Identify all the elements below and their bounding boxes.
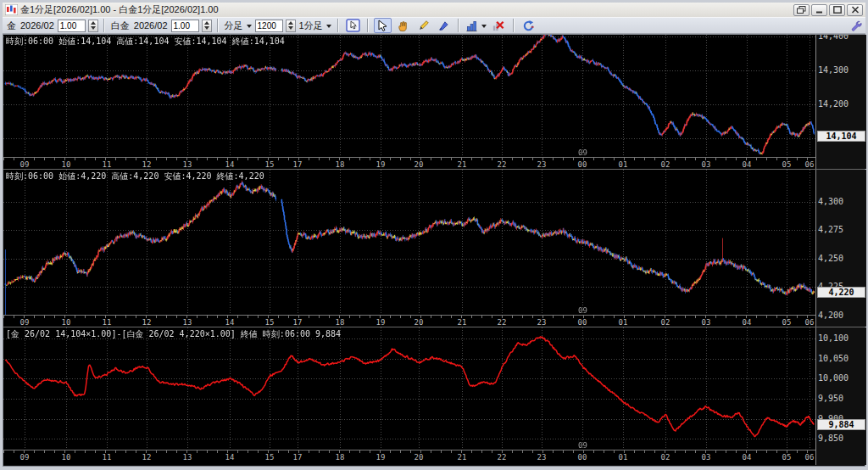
platinum-ratio-input[interactable] [171,20,199,32]
hour-axis-label: 22 [498,160,507,169]
spread-plot-area[interactable]: [金 26/02 14,104×1.00]-[白金 26/02 4,220×1.… [3,327,815,450]
candlestick-app-icon [5,4,18,15]
maximize-button[interactable] [829,4,845,16]
pencil-tool-button[interactable] [415,18,432,33]
bar-period-select[interactable]: 1分足 [299,20,331,32]
refresh-button[interactable] [520,18,537,33]
bar-type-select[interactable]: 分足 [225,20,252,32]
delete-drawing-button[interactable] [490,18,508,33]
hour-axis-label: 06 [805,318,815,327]
hour-axis-label: 20 [415,318,424,327]
hour-axis-label: 01 [619,160,628,169]
gold-contract-select[interactable]: 2026/02 [20,20,54,31]
hour-axis-label: 18 [336,453,345,462]
hour-axis-label: 04 [743,453,752,462]
platinum-ratio-spinner[interactable] [202,20,212,32]
y-axis-label: 14,200 [818,99,849,109]
hour-axis-label: 03 [702,318,711,327]
toolbar-separator [367,19,369,32]
chevron-down-icon [247,25,252,31]
bar-count-spinner[interactable] [286,20,296,32]
y-axis-label: 10,100 [818,333,849,343]
toolbar: 金 2026/02 白金 2026/02 分足 1分足 [3,17,865,34]
hour-axis-label: 05 [782,160,792,169]
pen-tool-button[interactable] [435,18,453,33]
hour-axis-label: 09 [20,453,30,462]
hand-pan-icon [397,20,409,32]
settings-wrench-icon[interactable] [850,20,862,36]
gold-symbol-label: 金 [7,20,16,32]
toolbar-separator [217,19,219,32]
minimize-button[interactable] [811,4,827,16]
hour-axis-label: 15 [265,453,275,462]
gold-ratio-spinner[interactable] [88,20,98,32]
select-tool-button[interactable] [374,18,392,33]
platinum-price-axis: 4,220 4,3004,2754,2504,2254,200 [815,170,866,327]
spread-chart-panel: [金 26/02 14,104×1.00]-[白金 26/02 4,220×1.… [3,327,865,465]
hour-axis-label: 10 [62,453,71,462]
hour-axis-label: 10 [62,160,71,169]
gold-ohlc-readout: 時刻:06:00 始値:14,104 高値:14,104 安値:14,104 終… [6,36,285,48]
platinum-candlestick-canvas[interactable] [3,170,815,316]
platinum-contract-select[interactable]: 2026/02 [134,20,168,31]
platinum-time-axis: 0910111213141517181920212223000102030405… [3,316,815,327]
hour-axis-label: 05 [782,453,792,462]
chart-type-button[interactable] [465,18,487,33]
hour-axis-label: 00 [578,160,587,169]
y-axis-label: 4,300 [818,197,843,206]
gold-candlestick-canvas[interactable] [3,35,815,158]
hour-axis-label: 04 [743,318,752,327]
hour-axis-label: 20 [415,453,424,462]
gold-chart-panel: 時刻:06:00 始値:14,104 高値:14,104 安値:14,104 終… [3,35,865,169]
hour-axis-label: 06 [805,160,815,169]
gold-last-price-box: 14,104 [817,131,865,142]
close-button[interactable] [847,4,863,16]
date-boundary-label: 09 [578,148,587,157]
hour-axis-label: 17 [293,318,303,327]
gold-plot-area[interactable]: 時刻:06:00 始値:14,104 高値:14,104 安値:14,104 終… [3,35,815,158]
platinum-last-price-box: 4,220 [817,287,865,298]
hour-axis-label: 15 [265,318,275,327]
hour-axis-label: 14 [225,318,235,327]
hour-axis-label: 11 [103,160,112,169]
platinum-plot-area[interactable]: 時刻:06:00 始値:4,220 高値:4,220 安値:4,220 終値:4… [3,170,815,316]
hour-axis-label: 12 [142,160,152,169]
hour-axis-label: 13 [183,453,192,462]
gold-ratio-input[interactable] [58,20,86,32]
hour-axis-label: 02 [661,318,670,327]
pencil-icon [417,20,430,32]
hour-axis-label: 19 [376,160,386,169]
gold-price-axis: 14,104 14,40014,30014,200 [815,35,866,169]
float-window-button[interactable] [793,4,810,16]
hour-axis-label: 19 [376,318,386,327]
titlebar: 金1分足[2026/02]1.00 - 白金1分足[2026/02]1.00 [3,3,865,17]
y-axis-label: 9,850 [818,434,843,443]
y-axis-label: 14,300 [818,65,849,75]
toolbar-separator [103,19,105,32]
hour-axis-label: 23 [537,160,547,169]
hour-axis-label: 14 [225,160,235,169]
bar-count-input[interactable] [255,20,283,32]
crosshair-tool-button[interactable] [344,18,362,33]
spread-formula-readout: [金 26/02 14,104×1.00]-[白金 26/02 4,220×1.… [6,328,341,340]
hour-axis-label: 01 [619,453,628,462]
bar-chart-icon [465,20,478,32]
chevron-down-icon [326,25,331,31]
hour-axis-label: 03 [702,453,711,462]
hour-axis-label: 00 [578,453,587,462]
platinum-ohlc-readout: 時刻:06:00 始値:4,220 高値:4,220 安値:4,220 終値:4… [6,171,264,182]
hand-tool-button[interactable] [394,18,412,33]
y-axis-label: 4,250 [818,254,843,263]
hour-axis-label: 10 [62,318,71,327]
hour-axis-label: 00 [578,318,587,327]
date-boundary-label: 09 [578,306,587,315]
hour-axis-label: 17 [293,453,303,462]
spread-line-canvas[interactable] [3,327,815,450]
hour-axis-label: 12 [142,453,152,462]
hour-axis-label: 21 [458,453,467,462]
spread-price-axis: 9,884 10,10010,05010,0009,9509,9009,850 [815,327,866,465]
chart-window: 金1分足[2026/02]1.00 - 白金1分足[2026/02]1.00 金… [0,0,868,470]
hour-axis-label: 02 [661,453,670,462]
window-title: 金1分足[2026/02]1.00 - 白金1分足[2026/02]1.00 [20,3,793,16]
y-axis-label: 14,400 [818,35,849,41]
